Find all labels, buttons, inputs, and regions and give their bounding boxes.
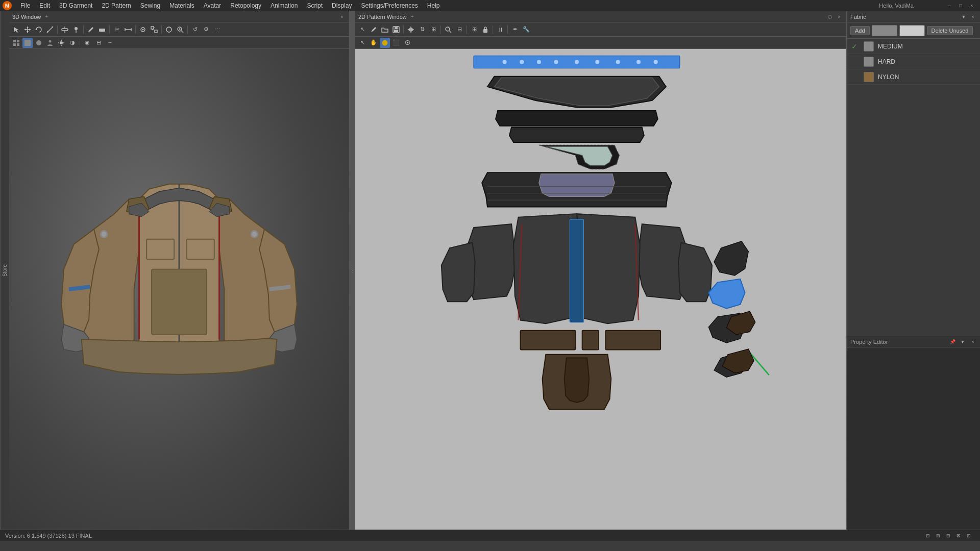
3d-view-avatar[interactable] xyxy=(45,38,55,48)
2d-pause[interactable]: ⏸ xyxy=(495,24,505,35)
2d-point[interactable]: ⦿ xyxy=(402,38,412,48)
add-fabric-button[interactable]: Add xyxy=(850,26,870,35)
panel-2d-expand[interactable]: ⬡ xyxy=(826,13,834,21)
viewport-3d[interactable] xyxy=(9,49,349,530)
menu-display[interactable]: Display xyxy=(328,1,356,10)
delete-unused-button[interactable]: Delete Unused xyxy=(927,26,973,35)
3d-camera-move[interactable] xyxy=(164,24,174,35)
svg-marker-6 xyxy=(27,31,29,33)
layout-btn-2[interactable]: ⊞ xyxy=(934,532,942,540)
2d-arrow[interactable]: ↖ xyxy=(357,38,368,48)
2d-save[interactable] xyxy=(391,24,401,35)
layout-btn-4[interactable]: ⊠ xyxy=(954,532,963,540)
menu-settings[interactable]: Settings/Preferences xyxy=(357,1,422,10)
menu-materials[interactable]: Materials xyxy=(165,1,199,10)
menu-retopology[interactable]: Retopology xyxy=(226,1,265,10)
svg-point-57 xyxy=(252,232,257,237)
menu-2dpattern[interactable]: 2D Pattern xyxy=(97,1,135,10)
fabric-item-hard[interactable]: ✓ HARD xyxy=(847,54,980,69)
panel-3d-pin[interactable]: + xyxy=(45,14,48,19)
layout-btn-1[interactable]: ⊟ xyxy=(924,532,932,540)
3d-view-all[interactable] xyxy=(11,38,21,48)
2d-hand[interactable]: ✋ xyxy=(369,38,379,48)
2d-grid[interactable]: ⊞ xyxy=(428,24,438,35)
panel-2d-close[interactable]: × xyxy=(835,13,843,21)
3d-wire-on[interactable]: ⊟ xyxy=(93,38,104,48)
2d-arrange[interactable]: ⊞ xyxy=(469,24,479,35)
svg-rect-19 xyxy=(99,29,105,32)
menu-animation[interactable]: Animation xyxy=(266,1,302,10)
2d-fit[interactable]: ⊟ xyxy=(454,24,464,35)
layout-btn-3[interactable]: ⊟ xyxy=(944,532,952,540)
2d-select[interactable]: ↖ xyxy=(357,24,368,35)
3d-snap-tool[interactable] xyxy=(149,24,159,35)
3d-measure-tool[interactable] xyxy=(123,24,133,35)
window-minimize[interactable]: ─ xyxy=(945,2,953,10)
menu-help[interactable]: Help xyxy=(423,1,444,10)
fabric-color-1[interactable] xyxy=(872,25,897,36)
3d-pin-tool[interactable] xyxy=(71,24,81,35)
svg-line-53 xyxy=(270,287,290,289)
property-editor-close[interactable]: × xyxy=(969,338,977,346)
app-logo[interactable]: M xyxy=(2,1,12,11)
3d-view-light[interactable] xyxy=(56,38,66,48)
2d-flip-h[interactable] xyxy=(406,24,416,35)
3d-select-tool[interactable] xyxy=(11,24,21,35)
3d-view-single[interactable] xyxy=(22,38,33,48)
property-editor-pin[interactable]: 📌 xyxy=(948,338,957,346)
3d-cut-tool[interactable]: ✂ xyxy=(112,24,122,35)
svg-rect-85 xyxy=(605,331,660,350)
panel-2d-pin[interactable]: + xyxy=(411,14,414,19)
3d-seam-on[interactable]: ╌ xyxy=(105,38,115,48)
3d-brush-tool[interactable] xyxy=(86,24,96,35)
layout-btn-5[interactable]: ⊡ xyxy=(965,532,973,540)
2d-shape-circle[interactable] xyxy=(380,38,390,48)
3d-view-shadow[interactable]: ◑ xyxy=(67,38,78,48)
3d-eraser-tool[interactable] xyxy=(97,24,107,35)
3d-simcontrol[interactable] xyxy=(60,24,70,35)
fabric-panel-expand[interactable]: ▼ xyxy=(960,13,968,21)
panel-2d: 2D Pattern Window + ⬡ × ↖ ⇅ xyxy=(355,11,847,530)
3d-scale-tool[interactable] xyxy=(45,24,55,35)
menu-edit[interactable]: Edit xyxy=(35,1,54,10)
menu-3dgarment[interactable]: 3D Garment xyxy=(55,1,96,10)
svg-rect-81 xyxy=(570,219,583,322)
fabric-panel-title: Fabric xyxy=(850,14,866,20)
property-editor-expand[interactable]: ▼ xyxy=(959,338,967,346)
3d-reset-view[interactable]: ↺ xyxy=(190,24,200,35)
3d-settings[interactable]: ⚙ xyxy=(201,24,211,35)
menu-sewing[interactable]: Sewing xyxy=(136,1,164,10)
2d-flip-v[interactable]: ⇅ xyxy=(417,24,427,35)
2d-pen[interactable]: ✒ xyxy=(510,24,520,35)
fabric-panel-close[interactable]: × xyxy=(969,13,977,21)
window-restore[interactable]: □ xyxy=(957,2,965,10)
panel-3d-close[interactable]: × xyxy=(338,13,346,21)
3d-move-tool[interactable] xyxy=(22,24,33,35)
fabric-item-medium[interactable]: ✓ MEDIUM xyxy=(847,39,980,54)
3d-extra[interactable]: ⋯ xyxy=(212,24,223,35)
fabric-color-2[interactable] xyxy=(899,25,925,36)
2d-lock[interactable] xyxy=(480,24,491,35)
2d-draw[interactable] xyxy=(369,24,379,35)
2d-wrench[interactable]: 🔧 xyxy=(521,24,531,35)
fabric-item-nylon[interactable]: ✓ NYLON xyxy=(847,69,980,85)
viewport-2d[interactable] xyxy=(355,49,846,530)
3d-view-mat[interactable] xyxy=(34,38,44,48)
svg-point-64 xyxy=(446,27,450,31)
window-close[interactable]: × xyxy=(968,2,976,10)
sep-s1 xyxy=(80,39,80,47)
svg-line-52 xyxy=(69,287,90,289)
panel-2d-header: 2D Pattern Window + ⬡ × xyxy=(355,11,846,22)
menu-file[interactable]: File xyxy=(16,1,34,10)
2d-zoom[interactable] xyxy=(443,24,453,35)
menu-script[interactable]: Script xyxy=(303,1,327,10)
panel-divider[interactable]: ⋮ xyxy=(350,11,355,530)
3d-zoom-in[interactable] xyxy=(175,24,185,35)
3d-texture-on[interactable]: ◉ xyxy=(82,38,92,48)
2d-open[interactable] xyxy=(380,24,390,35)
3d-point-tool[interactable] xyxy=(138,24,148,35)
menu-avatar[interactable]: Avatar xyxy=(200,1,225,10)
3d-rotate-tool[interactable] xyxy=(34,24,44,35)
fabric-label-medium: MEDIUM xyxy=(878,43,903,50)
2d-shape-square[interactable]: ⬛ xyxy=(391,38,401,48)
